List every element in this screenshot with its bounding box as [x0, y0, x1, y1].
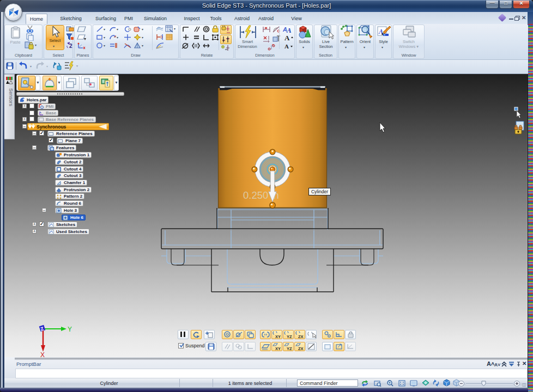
svg-text:YZ: YZ [287, 334, 292, 339]
svg-text:XY: XY [275, 346, 281, 351]
svg-text:ZX: ZX [298, 346, 304, 351]
svg-text:XY: XY [275, 334, 281, 339]
svg-text:Y: Y [68, 326, 72, 333]
svg-text:ZX: ZX [298, 334, 304, 339]
svg-text:YZ: YZ [287, 346, 292, 351]
